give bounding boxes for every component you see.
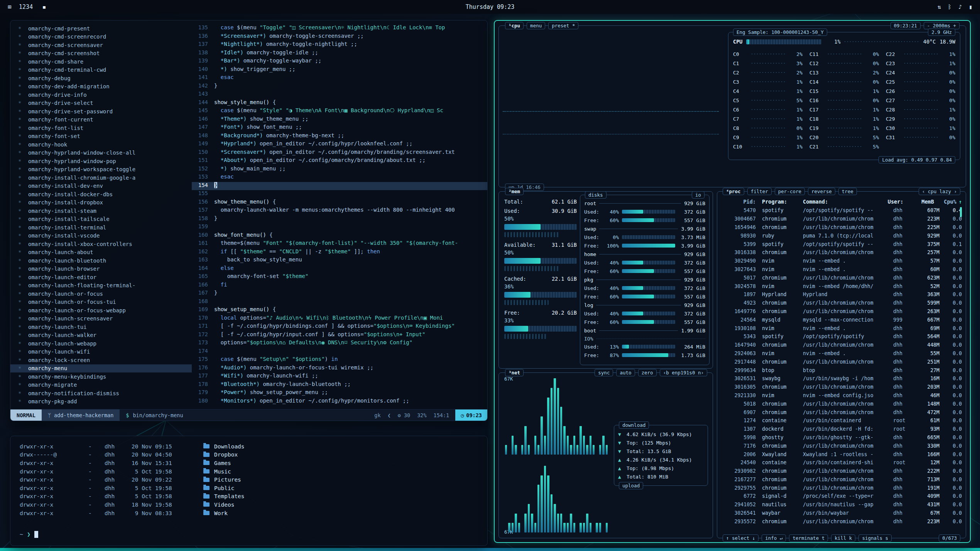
- file-item[interactable]: *omarchy-cmd-present: [10, 24, 192, 33]
- code-line[interactable]: 178 *Bluetooth*) omarchy-launch-bluetoot…: [192, 381, 487, 389]
- file-item[interactable]: *omarchy-menu: [10, 364, 192, 373]
- process-row[interactable]: 6772signal-d/proc/self/exe --type=rdhh40…: [722, 492, 962, 500]
- file-item[interactable]: *omarchy-launch-editor: [10, 273, 192, 281]
- file-item[interactable]: *omarchy-hyprland-workspace-toggle: [10, 165, 192, 174]
- proc-option-button[interactable]: filter: [747, 188, 772, 195]
- file-item[interactable]: *omarchy-launch-screensaver: [10, 315, 192, 323]
- proc-panel-title[interactable]: ⁴proc: [723, 188, 744, 195]
- bluetooth-icon[interactable]: ᛒ: [948, 3, 951, 10]
- file-item[interactable]: *omarchy-cmd-screensaver: [10, 41, 192, 49]
- col-program[interactable]: Program:: [756, 199, 801, 205]
- file-item[interactable]: *omarchy-launch-about: [10, 248, 192, 257]
- file-item[interactable]: *omarchy-install-vscode: [10, 232, 192, 240]
- file-item[interactable]: *omarchy-launch-browser: [10, 265, 192, 273]
- file-item[interactable]: *omarchy-notification-dismiss: [10, 389, 192, 398]
- file-item[interactable]: *omarchy-launch-floating-terminal-: [10, 281, 192, 290]
- code-line[interactable]: 174: [192, 348, 487, 356]
- file-item[interactable]: *omarchy-cmd-screenrecord: [10, 33, 192, 41]
- file-item[interactable]: *omarchy-hyprland-window-close-all: [10, 149, 192, 157]
- code-line[interactable]: 137 *Nightlight*) omarchy-toggle-nightli…: [192, 41, 487, 49]
- process-row[interactable]: 1274containe/usr/bin/containerdroot61M0.…: [722, 416, 962, 425]
- file-item[interactable]: *omarchy-install-dev-env: [10, 182, 192, 190]
- workspace-button[interactable]: 1: [19, 3, 22, 10]
- process-row[interactable]: 1654946chromium/usr/lib/chromium/chromdh…: [722, 223, 962, 232]
- code-line[interactable]: 148 *Background*) omarchy-theme-bg-next …: [192, 132, 487, 141]
- file-item[interactable]: *omarchy-lock-screen: [10, 356, 192, 364]
- cpu-panel-title[interactable]: ¹cpu: [505, 22, 524, 29]
- workspace-button[interactable]: 2: [22, 3, 26, 10]
- code-line[interactable]: 177 *Wifi*) omarchy-launch-wifi ;;: [192, 372, 487, 381]
- code-line[interactable]: 154}: [192, 182, 487, 190]
- code-line[interactable]: 139 *Bar*) omarchy-toggle-waybar ;;: [192, 57, 487, 66]
- code-line[interactable]: 155: [192, 190, 487, 199]
- process-row[interactable]: 1307dockerd/usr/bin/dockerd -H fd:root93…: [722, 425, 962, 433]
- code-line[interactable]: 142}: [192, 83, 487, 91]
- process-row[interactable]: 5343spotify/opt/spotify/spotifydhh564M0.…: [722, 332, 962, 341]
- code-line[interactable]: 173 options="$options\n⌂ Defaults\n◉ DNS…: [192, 339, 487, 348]
- table-row[interactable]: drwxr-xr-x -dhh18 Nov 19:58Videos: [20, 500, 478, 509]
- process-row[interactable]: 24564mysqldmysqld --max-connection999667…: [722, 315, 962, 324]
- file-item[interactable]: *omarchy-menu-keybindings: [10, 372, 192, 381]
- process-row[interactable]: 3026541waybar/usr/bin/waybardhh67M0.0: [722, 509, 962, 517]
- file-item[interactable]: *omarchy-launch-or-focus: [10, 290, 192, 298]
- file-item[interactable]: *omarchy-font-current: [10, 116, 192, 124]
- file-item[interactable]: *omarchy-pkg-add: [10, 398, 192, 406]
- process-row[interactable]: 2921330nvimnvim --embed config.jsodhh46M…: [722, 391, 962, 400]
- process-row[interactable]: 2167277chromium/usr/lib/chromium/chromdh…: [722, 475, 962, 484]
- process-row[interactable]: 1649776chromium/usr/lib/chromium/chromdh…: [722, 307, 962, 316]
- process-row[interactable]: 5470spotify/opt/spotify/spotify --dhh607…: [722, 206, 962, 215]
- proc-footer-hint[interactable]: kill k: [831, 534, 855, 542]
- process-row[interactable]: 3027643nvimnvim --embed .dhh60M0.0: [722, 265, 962, 274]
- code-line[interactable]: 179 *Power*) show_setup_power_menu ;;: [192, 389, 487, 398]
- file-item[interactable]: *omarchy-launch-or-focus-webapp: [10, 306, 192, 315]
- process-row[interactable]: 5017chromium/usr/lib/chromium/chromdhh62…: [722, 273, 962, 282]
- process-row[interactable]: 2006XwaylandXwayland :1 -rootless -dhh16…: [722, 450, 962, 458]
- process-row[interactable]: 24540containe/usr/bin/containerd-shiroot…: [722, 458, 962, 467]
- code-line[interactable]: 158}: [192, 215, 487, 224]
- process-row[interactable]: 3024578nvimnvim --embed /home/dhh/dhh52M…: [722, 282, 962, 290]
- code-line[interactable]: 140 *) show_trigger_menu ;;: [192, 66, 487, 74]
- code-line[interactable]: 152 *) show_main_menu ;;: [192, 165, 487, 174]
- code-line[interactable]: 159: [192, 223, 487, 232]
- code-line[interactable]: 169show_setup_menu() {: [192, 306, 487, 315]
- table-row[interactable]: drwxr-xr-x -dhh16 Nov 15:31Games: [20, 459, 478, 467]
- table-row[interactable]: drwx------@-dhh20 Nov 04:50Dropbox: [20, 451, 478, 459]
- code-line[interactable]: 170 local options="♪ Audio\n∿ Wifi\nᛒ Bl…: [192, 315, 487, 323]
- workspace-button[interactable]: 3: [26, 3, 29, 10]
- process-row[interactable]: 2930982chromium/usr/lib/chromium/chromdh…: [722, 467, 962, 475]
- cpu-menu-button[interactable]: menu: [527, 22, 545, 29]
- launcher-icon[interactable]: ⊞: [8, 3, 11, 10]
- file-item[interactable]: *omarchy-cmd-screenshot: [10, 49, 192, 58]
- code-line[interactable]: 162 if [[ "$theme" == "CNCLD" || -z "$th…: [192, 248, 487, 257]
- code-line[interactable]: 135 case $(menu "Toggle" "◫ Screensaver\…: [192, 24, 487, 33]
- file-item[interactable]: *omarchy-install-docker-dbs: [10, 190, 192, 199]
- process-row[interactable]: 6907chromium/usr/lib/chromium/chromdhh47…: [722, 408, 962, 416]
- net-button[interactable]: ‹b enp191s0 n›: [660, 369, 707, 376]
- code-line[interactable]: 161 theme=$(menu "Font" "$(omarchy-font-…: [192, 240, 487, 248]
- proc-option-button[interactable]: per-core: [775, 188, 805, 195]
- process-row[interactable]: 3029490nvimnvim --embed .dhh57M0.0: [722, 257, 962, 265]
- file-item[interactable]: *omarchy-install-chromium-google-a: [10, 174, 192, 182]
- audio-icon[interactable]: ♪: [958, 3, 962, 10]
- process-row[interactable]: 1897HyprlandHyprlanddhh363M0.0: [722, 290, 962, 299]
- file-item[interactable]: *omarchy-dev-add-migration: [10, 83, 192, 91]
- file-item[interactable]: *omarchy-debug: [10, 74, 192, 83]
- process-row[interactable]: 2929755chromium/usr/lib/chromium/chromdh…: [722, 484, 962, 492]
- col-mem[interactable]: MemB: [910, 199, 934, 205]
- process-row[interactable]: 1647940chromium/usr/lib/chromium/chromdh…: [722, 341, 962, 349]
- process-row[interactable]: 3016305chromium/usr/lib/chromium/chromdh…: [722, 383, 962, 391]
- proc-footer-hint[interactable]: signals s: [858, 534, 892, 542]
- code-line[interactable]: 143: [192, 91, 487, 99]
- process-row[interactable]: 5018chromium/usr/lib/chromium/chromdhh14…: [722, 399, 962, 408]
- network-icon[interactable]: ⇅: [938, 3, 941, 10]
- col-cpu[interactable]: Cpu%: [934, 199, 956, 205]
- proc-footer-hint[interactable]: info ↵: [762, 534, 786, 542]
- process-row[interactable]: 3004667chromium/usr/lib/chromium/chromdh…: [722, 215, 962, 223]
- file-item[interactable]: *omarchy-drive-info: [10, 91, 192, 99]
- code-line[interactable]: 151 *About*) open_in_editor ~/.config/om…: [192, 157, 487, 165]
- process-row[interactable]: 5998ghostty/usr/bin/ghostty --gtk-dhh665…: [722, 433, 962, 442]
- process-row[interactable]: 2941052nautilus/usr/bin/nautilus --gapdh…: [722, 500, 962, 509]
- cpu-menu-button[interactable]: preset *: [548, 22, 578, 29]
- net-button[interactable]: zero: [638, 369, 657, 376]
- file-item[interactable]: *omarchy-cmd-share: [10, 57, 192, 66]
